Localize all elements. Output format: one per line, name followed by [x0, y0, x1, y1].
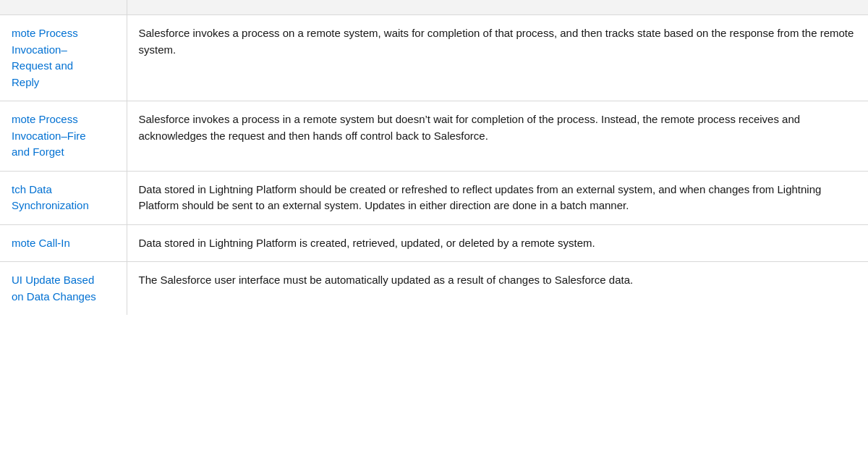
table-row: UI Update Basedon Data ChangesThe Salesf…: [0, 262, 868, 316]
pattern-cell: UI Update Basedon Data Changes: [0, 262, 127, 316]
pattern-cell: mote ProcessInvocation–Request andReply: [0, 15, 127, 101]
pattern-cell: mote Call-In: [0, 224, 127, 262]
table-row: tch DataSynchronizationData stored in Li…: [0, 171, 868, 224]
pattern-link[interactable]: mote ProcessInvocation–Request andReply: [12, 27, 78, 88]
scenario-cell: Salesforce invokes a process on a remote…: [127, 15, 868, 101]
scenario-cell: Salesforce invokes a process in a remote…: [127, 101, 868, 172]
pattern-link[interactable]: tch DataSynchronization: [12, 183, 89, 212]
pattern-link[interactable]: UI Update Basedon Data Changes: [12, 274, 96, 303]
pattern-cell: mote ProcessInvocation–Fireand Forget: [0, 101, 127, 172]
table-row: mote ProcessInvocation–Fireand ForgetSal…: [0, 101, 868, 172]
scenario-cell: Data stored in Lightning Platform is cre…: [127, 224, 868, 262]
integration-patterns-table: mote ProcessInvocation–Request andReplyS…: [0, 0, 868, 315]
table-header-row: [0, 0, 868, 15]
table-row: mote Call-InData stored in Lightning Pla…: [0, 224, 868, 262]
pattern-link[interactable]: mote Call-In: [12, 237, 70, 249]
scenario-cell: The Salesforce user interface must be au…: [127, 262, 868, 316]
pattern-link[interactable]: mote ProcessInvocation–Fireand Forget: [12, 113, 86, 158]
table-container: mote ProcessInvocation–Request andReplyS…: [0, 0, 868, 456]
table-row: mote ProcessInvocation–Request andReplyS…: [0, 15, 868, 101]
scenario-cell: Data stored in Lightning Platform should…: [127, 171, 868, 224]
pattern-cell: tch DataSynchronization: [0, 171, 127, 224]
column-header-scenario: [127, 0, 868, 15]
column-header-pattern: [0, 0, 127, 15]
